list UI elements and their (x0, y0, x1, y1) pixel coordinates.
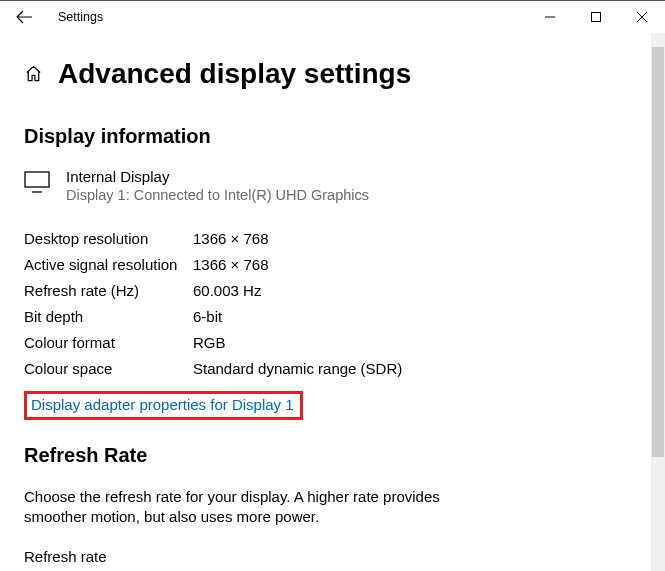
display-connection: Display 1: Connected to Intel(R) UHD Gra… (66, 187, 369, 203)
display-adapter-properties-link[interactable]: Display adapter properties for Display 1 (31, 396, 294, 413)
info-label: Colour format (24, 329, 193, 355)
table-row: Desktop resolution1366 × 768 (24, 225, 641, 251)
info-value: 6-bit (193, 303, 641, 329)
info-value: 1366 × 768 (193, 251, 641, 277)
info-value: 60.003 Hz (193, 277, 641, 303)
page-title: Advanced display settings (58, 58, 411, 90)
section-title-refresh-rate: Refresh Rate (24, 444, 641, 467)
info-label: Colour space (24, 355, 193, 381)
page-header: Advanced display settings (24, 58, 641, 90)
vertical-scrollbar[interactable] (651, 33, 665, 571)
titlebar-left: Settings (8, 1, 103, 33)
refresh-rate-section: Refresh Rate Choose the refresh rate for… (24, 444, 641, 571)
window-controls (527, 1, 665, 33)
table-row: Colour spaceStandard dynamic range (SDR) (24, 355, 641, 381)
minimize-button[interactable] (527, 1, 573, 33)
display-info-table: Desktop resolution1366 × 768 Active sign… (24, 225, 641, 381)
display-header-text: Internal Display Display 1: Connected to… (66, 168, 369, 203)
section-title-display-info: Display information (24, 125, 641, 148)
info-label: Bit depth (24, 303, 193, 329)
maximize-button[interactable] (573, 1, 619, 33)
home-icon[interactable] (24, 64, 44, 84)
back-button[interactable] (8, 1, 40, 33)
monitor-icon (24, 171, 50, 197)
display-name: Internal Display (66, 168, 369, 185)
refresh-rate-description: Choose the refresh rate for your display… (24, 487, 444, 528)
close-icon (637, 12, 647, 22)
info-value: RGB (193, 329, 641, 355)
minimize-icon (545, 12, 555, 22)
close-button[interactable] (619, 1, 665, 33)
table-row: Colour formatRGB (24, 329, 641, 355)
scrollbar-thumb[interactable] (652, 47, 664, 457)
window-title: Settings (58, 10, 103, 24)
refresh-rate-field-label: Refresh rate (24, 548, 641, 565)
display-header: Internal Display Display 1: Connected to… (24, 168, 641, 203)
svg-rect-0 (592, 13, 601, 22)
table-row: Bit depth6-bit (24, 303, 641, 329)
content-area: Advanced display settings Display inform… (0, 33, 665, 571)
svg-rect-1 (25, 172, 49, 187)
info-value: 1366 × 768 (193, 225, 641, 251)
info-label: Active signal resolution (24, 251, 193, 277)
table-row: Refresh rate (Hz)60.003 Hz (24, 277, 641, 303)
info-value: Standard dynamic range (SDR) (193, 355, 641, 381)
maximize-icon (591, 12, 601, 22)
titlebar: Settings (0, 1, 665, 33)
info-label: Refresh rate (Hz) (24, 277, 193, 303)
arrow-left-icon (15, 8, 33, 26)
info-label: Desktop resolution (24, 225, 193, 251)
highlighted-link-wrap: Display adapter properties for Display 1 (24, 391, 303, 420)
table-row: Active signal resolution1366 × 768 (24, 251, 641, 277)
